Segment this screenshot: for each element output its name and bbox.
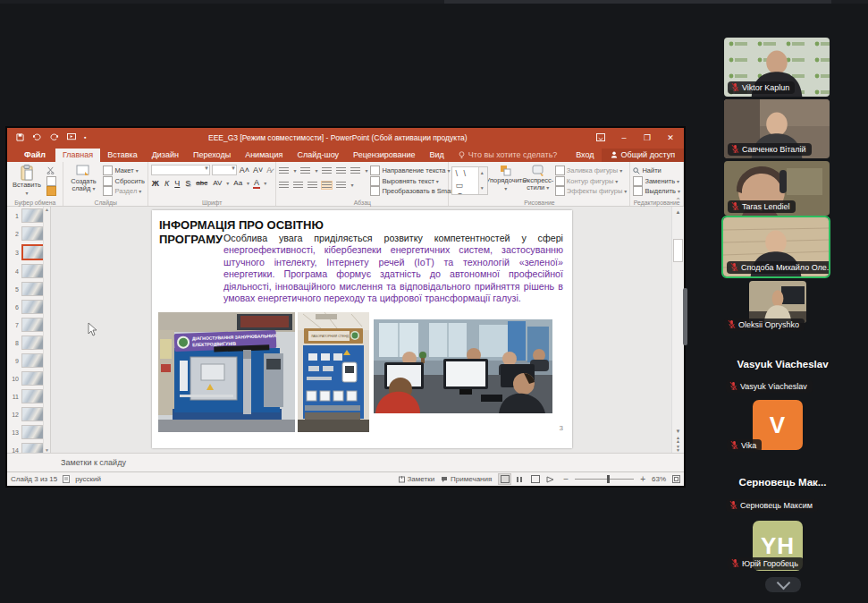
participant-display-name[interactable]: Vasyuk Viacheslav (697, 359, 868, 369)
next-slide-icon[interactable]: ▼▼ (676, 445, 680, 452)
share-region-scrollbar[interactable] (683, 288, 687, 345)
zoom-level[interactable]: 63% (652, 475, 666, 483)
scroll-up-icon[interactable]: ▲ (672, 207, 684, 217)
thumbnail-scrollbar[interactable]: ▲▼ (43, 207, 50, 453)
shapes-gallery[interactable]: \ \ ▭ ◯ ▭△ ⇨ ⇩ { } ☆ ▲▼ (451, 166, 487, 195)
ribbon-tab-5[interactable]: Анимация (238, 149, 290, 162)
shapes-gallery-scrollbar[interactable]: ▲▼ (478, 167, 487, 194)
ribbon-tab-8[interactable]: Вид (423, 149, 451, 162)
ribbon-tab-7[interactable]: Рецензирование (346, 149, 423, 162)
underline-button[interactable]: Ч (173, 179, 181, 188)
participant-video-tile[interactable]: Савченко Віталій (724, 99, 830, 158)
find-button[interactable]: Найти (633, 166, 680, 175)
participant-video-tile[interactable]: Сподоба Михайло Оле... (723, 217, 829, 276)
notes-toggle[interactable]: Заметки (399, 475, 435, 483)
zoom-slider[interactable] (575, 479, 634, 480)
editor-vertical-scrollbar[interactable]: ▲ ▼ ▲▲ ▼▼ (671, 207, 684, 453)
comments-toggle[interactable]: Примечания (441, 475, 492, 483)
save-icon[interactable] (16, 133, 24, 141)
increase-indent-button[interactable] (336, 167, 346, 174)
reading-view-button[interactable] (528, 473, 542, 485)
scroll-down-icon[interactable]: ▼ (676, 429, 681, 434)
scrollbar-thumb[interactable] (673, 239, 683, 262)
arrange-button[interactable]: Упорядочить▾ (491, 165, 521, 197)
change-case-button[interactable]: Aa (232, 179, 243, 187)
slide-sorter-view-button[interactable] (513, 473, 527, 485)
slide-photo-lab-stand-2: ЛАБОРАТОРНИЙ СТЕНД (298, 312, 369, 432)
clear-formatting-button[interactable]: A̷ (265, 166, 273, 174)
bullets-button[interactable] (279, 167, 289, 174)
decrease-indent-button[interactable] (322, 167, 332, 174)
grow-font-button[interactable]: A˄ (239, 166, 250, 174)
participant-display-name[interactable]: Серновець Мак... (697, 477, 868, 488)
zoom-out-button[interactable]: − (563, 474, 569, 484)
quick-styles-button[interactable]: Экспресс-стили ▾ (524, 165, 552, 197)
redo-icon[interactable] (50, 133, 59, 141)
ribbon-tab-4[interactable]: Переходы (186, 149, 238, 162)
tellme-box[interactable]: Что вы хотите сделать? (451, 149, 565, 162)
thumbnail-number: 12 (11, 412, 19, 418)
thumbnail-number: 2 (11, 231, 19, 237)
replace-button[interactable]: Заменить▾ (633, 176, 680, 186)
fit-to-window-icon[interactable] (672, 475, 680, 483)
italic-button[interactable]: К (164, 179, 170, 188)
section-button[interactable]: Раздел▾ (103, 186, 144, 196)
align-right-button[interactable] (308, 182, 317, 189)
participant-video-tile[interactable]: Viktor Kaplun (724, 38, 830, 97)
restore-button[interactable]: ❐ (636, 128, 659, 147)
copy-button[interactable] (46, 176, 56, 186)
close-button[interactable]: ✕ (659, 128, 682, 147)
signin-button[interactable]: Вход (569, 149, 601, 162)
shape-outline-button[interactable]: Контур фигуры▾ (555, 176, 628, 186)
share-button[interactable]: Общий доступ (602, 149, 684, 162)
minimize-button[interactable]: – (612, 128, 636, 147)
comment-icon (441, 476, 448, 483)
font-name-combo[interactable] (151, 165, 210, 175)
ribbon-tab-2[interactable]: Вставка (100, 149, 144, 162)
shape-fill-button[interactable]: Заливка фигуры▾ (555, 166, 628, 175)
slide-canvas[interactable]: ІНФОРМАЦІЯ ПРО ОСВІТНЮ ПРОГРАМУ Особлива… (152, 210, 572, 448)
columns-button[interactable] (336, 182, 346, 189)
strikethrough-button[interactable]: abc (195, 179, 208, 187)
text-shadow-button[interactable]: S (184, 179, 191, 188)
accessibility-check-icon[interactable] (63, 475, 70, 483)
paste-button[interactable]: Вставить▾ (10, 165, 44, 197)
font-size-combo[interactable] (212, 165, 237, 175)
select-button[interactable]: Выделить▾ (633, 186, 680, 196)
more-participants-button[interactable] (765, 577, 801, 592)
font-color-button[interactable]: A (253, 178, 260, 189)
thumbnail-image (21, 371, 45, 386)
participant-video-tile[interactable]: Taras Lendiel (724, 161, 830, 216)
align-center-button[interactable] (293, 182, 303, 189)
new-slide-button[interactable]: Создатьслайд ▾ (66, 165, 100, 197)
line-spacing-button[interactable] (350, 167, 360, 174)
justify-button[interactable] (322, 182, 332, 189)
reset-button[interactable]: Сбросить (103, 176, 144, 186)
align-left-button[interactable] (279, 182, 289, 189)
ribbon-tab-1[interactable]: Главная (55, 149, 100, 162)
previous-slide-icon[interactable]: ▲▲ (676, 436, 680, 443)
layout-button[interactable]: Макет▾ (103, 166, 144, 175)
notes-panel[interactable]: Заметки к слайду (7, 453, 684, 471)
character-spacing-button[interactable]: AV (212, 179, 223, 187)
participant-video-tile[interactable] (749, 281, 806, 323)
normal-view-button[interactable] (498, 473, 511, 485)
ribbon-tab-6[interactable]: Слайд-шоу (290, 149, 346, 162)
numbering-button[interactable] (300, 167, 310, 174)
language-indicator[interactable]: русский (75, 475, 101, 483)
ribbon-tab-3[interactable]: Дизайн (145, 149, 186, 162)
format-painter-button[interactable] (46, 186, 56, 196)
slide-title: ІНФОРМАЦІЯ ПРО ОСВІТНЮ ПРОГРАМУ (159, 218, 223, 304)
bold-button[interactable]: Ж (151, 179, 160, 188)
start-slideshow-icon[interactable] (67, 133, 76, 141)
collapse-ribbon-icon[interactable]: ⌃ (675, 197, 681, 205)
slideshow-view-button[interactable] (544, 473, 557, 485)
shape-effects-button[interactable]: Эффекты фигуры▾ (555, 186, 628, 196)
zoom-slider-thumb[interactable] (607, 475, 610, 483)
shrink-font-button[interactable]: A˅ (252, 166, 264, 174)
ribbon-display-options-icon[interactable] (589, 128, 612, 147)
undo-icon[interactable] (32, 133, 42, 141)
zoom-in-button[interactable]: + (640, 474, 645, 484)
ribbon-tab-0[interactable]: Файл (14, 149, 55, 162)
cut-button[interactable] (46, 166, 56, 175)
